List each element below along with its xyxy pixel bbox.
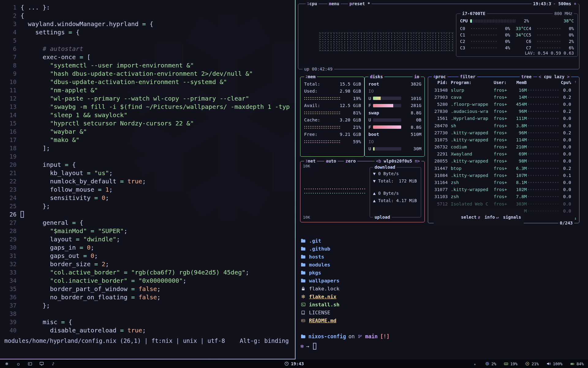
code-line[interactable]: 18 ]; (0, 144, 295, 152)
cpu-module[interactable]: 2% (485, 361, 496, 366)
process-row[interactable]: 1561.Hyprland-wrapfros+111M0.0 (432, 115, 571, 122)
code-line[interactable]: 21 kb_layout = "us"; (0, 169, 295, 177)
net-auto-button[interactable]: auto (324, 158, 338, 164)
line-text: gaps_out = 0; (17, 252, 98, 259)
code-line[interactable]: 31 gaps_out = 0; (0, 251, 295, 260)
memory-module[interactable]: 19% (503, 361, 517, 366)
code-line[interactable]: 38 (0, 309, 295, 318)
process-row[interactable]: 31077.kitty-wrappedfros+102M0.0 (432, 186, 571, 193)
code-line[interactable]: 2{ (0, 11, 295, 20)
disk-module[interactable]: 21% (525, 361, 539, 366)
clock-module[interactable]: 19:43 (284, 361, 304, 366)
code-line[interactable]: 20 input = { (0, 160, 295, 169)
btop-interval-control[interactable]: - 500ms + (552, 1, 578, 7)
code-line[interactable]: 30 gaps_in = 0; (0, 243, 295, 251)
proc-tree-button[interactable]: tree (520, 74, 533, 80)
process-row[interactable]: 31084.kitty-wrappedfros+107M0.1 (432, 172, 571, 179)
net-box-label[interactable]: 3net (304, 158, 317, 164)
process-row[interactable]: 31075.kitty-wrappedfros+114M0.0 (432, 136, 571, 143)
code-line[interactable]: 32 border_size = 2; (0, 260, 295, 268)
btop-preset-button[interactable]: preset * (348, 1, 371, 7)
code-line[interactable]: 13 "swaybg -m fill -i $(find ~/Pictures/… (0, 102, 295, 111)
code-line[interactable]: 26 (0, 210, 295, 218)
process-row[interactable]: 5280.floorp-wrappefros+454M0.0 (432, 101, 571, 108)
terminal-icon[interactable] (28, 361, 32, 366)
tray-expand-icon[interactable]: ▴ (473, 361, 477, 366)
nix-icon[interactable]: ❄ (4, 361, 9, 366)
process-row[interactable]: 27730.kitty-wrappedfros+96M0.2 (432, 129, 571, 136)
net-zero-button[interactable]: zero (344, 158, 357, 164)
code-line[interactable]: 34 "col.inactive_border" = "0x00000000"; (0, 276, 295, 285)
code-line[interactable]: 9 "hash dbus-update-activation-environme… (0, 69, 295, 78)
code-line[interactable]: 27 general = { (0, 218, 295, 227)
code-line[interactable]: 4 settings = { (0, 28, 295, 36)
process-row[interactable]: 28470shfros+3.8M0.0 (432, 122, 571, 129)
proc-footer-actions[interactable]: select⇵info↵signals (434, 209, 524, 226)
code-line[interactable]: 5 (0, 36, 295, 44)
mem-box-label[interactable]: 2mem (304, 74, 317, 80)
terminal-window[interactable]: .git.githubhostsmodulespkgswallpapersfla… (296, 230, 588, 359)
process-row[interactable]: 31103zshfros+7.8M0.0 (432, 193, 571, 200)
process-row[interactable]: 2291Xwaylandfros+69M0.0 (432, 151, 571, 158)
process-row[interactable]: 5712Isolated Web Cfros+303M0.0 (432, 200, 571, 207)
code-line[interactable]: 3 wayland.windowManager.hyprland = { (0, 20, 295, 28)
code-line[interactable]: 22 numlock_by_default = true; (0, 177, 295, 185)
process-row[interactable]: 27903cavafros+14M0.2 (432, 94, 571, 101)
code-line[interactable]: 36 no_border_on_floating = false; (0, 293, 295, 301)
proc-sort-selector[interactable]: < cpu lazy > (537, 74, 571, 80)
terminal-cursor[interactable] (313, 343, 316, 350)
editor-window[interactable]: 1{ ... }:2{3 wayland.windowManager.hyprl… (0, 0, 296, 359)
code-line[interactable]: 39 misc = { (0, 318, 295, 326)
code-line[interactable]: 14 "sleep 1 && swaylock" (0, 111, 295, 119)
io-mode-button[interactable]: io (413, 74, 421, 80)
process-row[interactable]: 31447btopfros+6.3M0.2 (432, 165, 571, 172)
proc-box-label[interactable]: 4proc (432, 74, 447, 80)
net-device-selector[interactable]: <b wlp0s20f0u5 n> (375, 158, 421, 164)
scroll-up-icon[interactable]: ↑ (574, 79, 577, 84)
code-line[interactable]: 35 border_part_of_window = false; (0, 285, 295, 293)
proc-header-pid[interactable]: Pid: (432, 80, 448, 85)
process-row[interactable]: 28055.kitty-wrappedfros+98M0.0 (432, 158, 571, 165)
code-area[interactable]: 1{ ... }:2{3 wayland.windowManager.hyprl… (0, 0, 295, 334)
scroll-down-icon[interactable]: ↓ (574, 216, 577, 220)
disks-box-label[interactable]: disks (368, 74, 384, 80)
btop-menu-button[interactable]: menu (327, 1, 341, 7)
code-line[interactable]: 19 (0, 152, 295, 160)
code-line[interactable]: 10 "dbus-update-activation-environment -… (0, 78, 295, 86)
process-row[interactable]: 27830.audacious-wrafros+96M0.2 (432, 108, 571, 115)
code-line[interactable]: 6 # autostart (0, 44, 295, 53)
proc-header-cpu[interactable]: Cpu% (560, 80, 571, 85)
code-line[interactable]: 28 "$mainMod" = "SUPER"; (0, 227, 295, 235)
code-line[interactable]: 15 "hyprctl setcursor Nordzy-cursors 22 … (0, 119, 295, 127)
proc-header-program[interactable]: Program: (451, 80, 494, 85)
proc-header-memb[interactable]: MemB (511, 80, 527, 85)
process-row[interactable]: 31164zshfros+8.1M0.0 (432, 179, 571, 186)
display-icon[interactable] (39, 361, 44, 366)
code-line[interactable]: 37 }; (0, 301, 295, 309)
proc-header-user[interactable]: User: (494, 80, 511, 85)
process-row[interactable]: 26732codiumfros+210M0.0 (432, 144, 571, 151)
code-line[interactable]: 25 }; (0, 202, 295, 210)
proc-filter-button[interactable]: filter (458, 74, 477, 80)
shell-input-line[interactable]: ❄ → (300, 342, 588, 350)
code-line[interactable]: 8 "systemctl --user import-environment &… (0, 61, 295, 69)
code-line[interactable]: 11 "nm-applet &" (0, 86, 295, 94)
code-line[interactable]: 7 exec-once = [ (0, 53, 295, 61)
cpu-box-label[interactable]: 1cpu (306, 1, 318, 7)
code-line[interactable]: 40 disable_autoreload = true; (0, 326, 295, 334)
code-line[interactable]: 33 "col.active_border" = "rgb(cba6f7) rg… (0, 268, 295, 276)
code-line[interactable]: 29 layout = "dwindle"; (0, 235, 295, 243)
process-row[interactable]: 31948slurpfros+16M0.0 (432, 86, 571, 94)
code-line[interactable]: 23 follow_mouse = 1; (0, 185, 295, 194)
code-line[interactable]: 24 sensitivity = 0; (0, 194, 295, 202)
code-line[interactable]: 16 "waybar &" (0, 127, 295, 136)
volume-module[interactable]: 100% (546, 361, 562, 366)
btop-window[interactable]: 1cpu menu preset * 19:43:37 - 500ms + i7… (296, 0, 588, 230)
battery-module[interactable]: 84% (570, 361, 584, 366)
code-line[interactable]: 12 "wl-paste --primary --watch wl-copy -… (0, 94, 295, 102)
music-icon[interactable]: ♪ (51, 361, 56, 366)
code-line[interactable]: 17 "mako &" (0, 136, 295, 144)
circle-icon[interactable]: ○ (16, 361, 21, 366)
code-line[interactable]: 1{ ... }: (0, 3, 295, 11)
cpu-core-row: C00%33°C (460, 26, 526, 31)
